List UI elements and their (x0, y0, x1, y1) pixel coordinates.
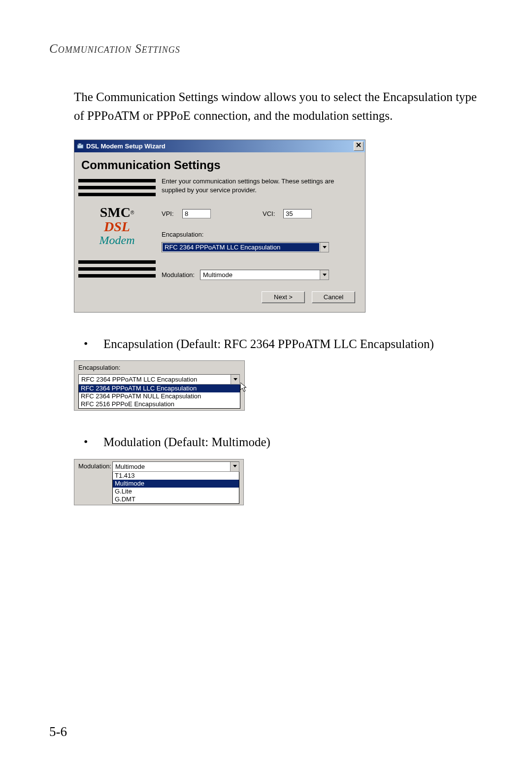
snippet-encap-combo[interactable]: RFC 2364 PPPoATM LLC Encapsulation (78, 374, 240, 385)
modulation-snippet: Modulation: Multimode T1.413 Multimode G… (74, 459, 244, 505)
list-item[interactable]: T1.413 (113, 472, 239, 480)
modulation-label: Modulation: (162, 271, 200, 279)
list-item[interactable]: RFC 2364 PPPoATM NULL Encapsulation (79, 392, 240, 400)
list-item[interactable]: G.Lite (113, 488, 239, 495)
svg-marker-8 (233, 465, 237, 467)
list-item[interactable]: RFC 2364 PPPoATM LLC Encapsulation (79, 385, 240, 392)
vci-input[interactable] (283, 209, 312, 218)
chevron-down-icon[interactable] (320, 243, 329, 252)
close-button[interactable] (354, 141, 364, 151)
snippet-mod-combo[interactable]: Multimode (112, 461, 239, 472)
vpi-label: VPI: (162, 210, 182, 217)
chevron-down-icon[interactable] (230, 462, 239, 471)
intro-paragraph: The Communication Settings window allows… (74, 88, 483, 125)
chevron-down-icon[interactable] (231, 375, 239, 384)
logo-reg: ® (131, 210, 134, 215)
titlebar-text: DSL Modem Setup Wizard (86, 142, 166, 150)
bullet-encapsulation: Encapsulation (Default: RFC 2364 PPPoATM… (103, 335, 434, 353)
sidebar-logo-panel: SMC® DSL Modem (74, 177, 159, 285)
svg-marker-4 (323, 246, 327, 248)
section-title: Communication Settings (49, 42, 483, 56)
app-icon (76, 142, 84, 150)
list-item[interactable]: RFC 2516 PPPoE Encapsulation (79, 400, 240, 408)
logo-brand: SMC (100, 205, 131, 219)
dialog-window: DSL Modem Setup Wizard Communication Set… (74, 140, 366, 313)
bullet-icon: • (84, 433, 103, 452)
titlebar: DSL Modem Setup Wizard (74, 140, 365, 152)
snippet-encap-options[interactable]: RFC 2364 PPPoATM LLC Encapsulation RFC 2… (78, 385, 240, 409)
snippet-mod-options[interactable]: T1.413 Multimode G.Lite G.DMT (112, 472, 239, 504)
list-item[interactable]: G.DMT (113, 495, 239, 503)
encapsulation-combo[interactable]: RFC 2364 PPPoATM LLC Encapsulation (162, 242, 329, 252)
svg-marker-6 (233, 378, 237, 381)
encapsulation-label: Encapsulation: (162, 231, 355, 238)
bullet-icon: • (84, 335, 103, 353)
vpi-input[interactable] (182, 209, 211, 218)
vci-label: VCI: (263, 210, 283, 217)
dialog-heading: Communication Settings (74, 152, 365, 177)
modulation-combo[interactable]: Multimode (200, 270, 329, 280)
list-item[interactable]: Multimode (113, 480, 239, 488)
snippet-mod-value: Multimode (113, 462, 230, 471)
modulation-value: Multimode (200, 270, 320, 280)
svg-rect-1 (78, 143, 81, 145)
svg-marker-5 (323, 274, 327, 276)
instructions-text: Enter your communication settings below.… (162, 177, 355, 194)
encapsulation-value: RFC 2364 PPPoATM LLC Encapsulation (163, 243, 319, 251)
chevron-down-icon[interactable] (320, 270, 329, 280)
page-number: 5-6 (49, 724, 67, 739)
logo-dsl: DSL (78, 219, 156, 234)
svg-marker-7 (240, 383, 246, 391)
bullet-modulation: Modulation (Default: Multimode) (103, 433, 270, 452)
cancel-button[interactable]: Cancel (312, 291, 355, 303)
logo-modem: Modem (78, 234, 156, 246)
next-button[interactable]: Next > (262, 291, 305, 303)
encapsulation-snippet: Encapsulation: RFC 2364 PPPoATM LLC Enca… (74, 360, 245, 411)
snippet-encap-value: RFC 2364 PPPoATM LLC Encapsulation (79, 375, 231, 384)
snippet-mod-label: Modulation: (78, 461, 112, 504)
cursor-icon (240, 383, 247, 392)
snippet-encap-label: Encapsulation: (78, 364, 240, 371)
